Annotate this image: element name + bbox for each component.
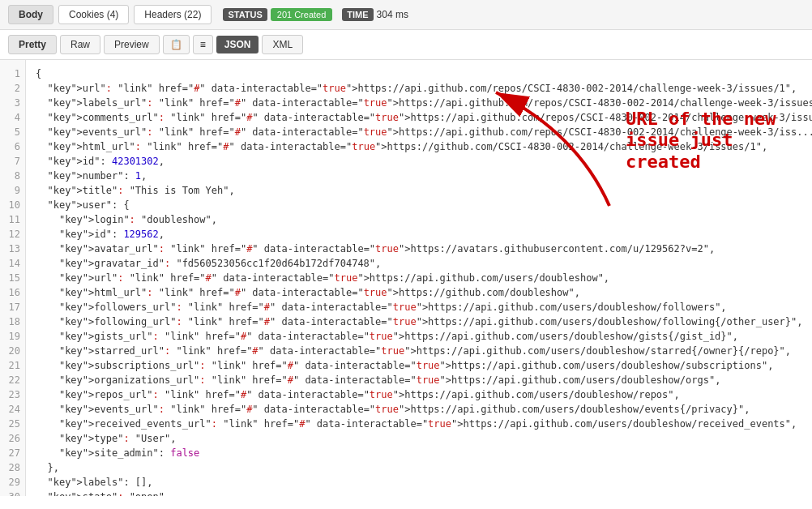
xml-format-button[interactable]: XML [262,35,303,54]
json-line: { [36,66,802,81]
json-line: "key">labels": [], [36,475,802,490]
status-badge: STATUS 201 Created TIME 304 ms [223,8,408,21]
json-line: "key">url": "link" href="#" data-interac… [36,271,802,285]
json-line: "key">title": "This is Tom Yeh", [36,183,802,198]
json-line: "key">login": "doubleshow", [36,212,802,227]
tab-cookies[interactable]: Cookies (4) [58,5,129,24]
json-content[interactable]: URL of the new issue just created { "key… [26,60,812,496]
preview-button[interactable]: Preview [104,35,160,54]
top-bar: Body Cookies (4) Headers (22) STATUS 201… [0,0,812,30]
json-line: "key">state": "open", [36,490,802,496]
json-line: "key">url": "link" href="#" data-interac… [36,81,802,96]
json-line: "key">gists_url": "link" href="#" data-i… [36,329,802,344]
json-line: "key">followers_url": "link" href="#" da… [36,300,802,314]
content-area: 1234567891011121314151617181920212223242… [0,60,812,496]
pretty-button[interactable]: Pretty [8,35,57,54]
time-label: TIME [342,8,373,21]
json-line: "key">repos_url": "link" href="#" data-i… [36,387,802,402]
json-line: "key">html_url": "link" href="#" data-in… [36,285,802,300]
json-line: "key">events_url": "link" href="#" data-… [36,402,802,417]
status-value: 201 Created [271,8,333,21]
json-line: "key">gravatar_id": "fd560523056cc1f20d6… [36,256,802,271]
raw-button[interactable]: Raw [60,35,100,54]
json-line: "key">avatar_url": "link" href="#" data-… [36,242,802,256]
format-icon-button[interactable]: ≡ [193,35,213,54]
json-line: "key">site_admin": false [36,446,802,460]
json-line: }, [36,460,802,475]
json-line: "key">subscriptions_url": "link" href="#… [36,358,802,373]
json-line: "key">organizations_url": "link" href="#… [36,373,802,387]
time-value: 304 ms [377,9,408,20]
json-line: "key">starred_url": "link" href="#" data… [36,344,802,358]
json-format-button[interactable]: JSON [216,36,259,53]
annotation-text: URL of the new issue just created [626,109,804,173]
json-line: "key">type": "User", [36,431,802,446]
json-line: "key">following_url": "link" href="#" da… [36,314,802,329]
toolbar: Pretty Raw Preview 📋 ≡ JSON XML [0,30,812,60]
json-line: "key">id": 129562, [36,227,802,242]
status-label: STATUS [223,8,267,21]
json-line: "key">received_events_url": "link" href=… [36,417,802,431]
tab-body[interactable]: Body [8,5,53,24]
line-numbers: 1234567891011121314151617181920212223242… [0,60,26,496]
tab-headers[interactable]: Headers (22) [134,5,212,24]
json-line: "key">user": { [36,198,802,212]
copy-icon-button[interactable]: 📋 [163,35,190,54]
